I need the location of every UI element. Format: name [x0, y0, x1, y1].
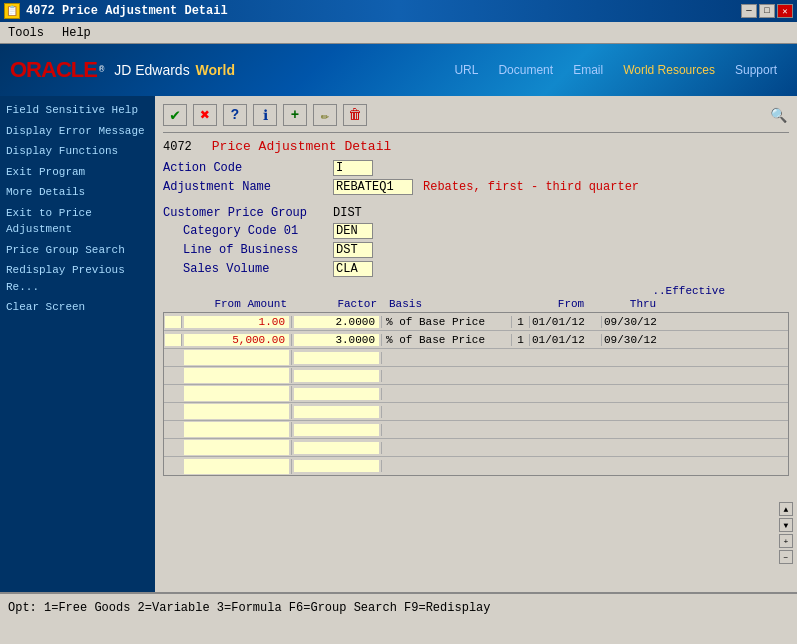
sales-volume-row: Sales Volume	[163, 261, 789, 277]
cell-date-flag: 1	[512, 334, 530, 346]
category-code-input[interactable]	[333, 223, 373, 239]
help-button[interactable]: ?	[223, 104, 247, 126]
col-header-from-date: From	[535, 298, 607, 310]
nav-document[interactable]: Document	[488, 59, 563, 81]
world-text: World	[196, 62, 235, 78]
cell-from-date: 01/01/12	[530, 316, 602, 328]
delete-button[interactable]: 🗑	[343, 104, 367, 126]
factor-input[interactable]	[294, 334, 379, 346]
from-amount-input[interactable]	[184, 368, 289, 383]
sales-volume-label: Sales Volume	[163, 262, 333, 276]
from-amount-input[interactable]	[184, 440, 289, 455]
cell-basis: % of Base Price	[382, 334, 512, 346]
sidebar-item-redisplay-previous[interactable]: Redisplay Previous Re...	[0, 260, 155, 297]
from-amount-input[interactable]	[184, 350, 289, 365]
from-amount-input[interactable]	[184, 316, 289, 328]
sidebar-item-exit-to-price-adjustment[interactable]: Exit to Price Adjustment	[0, 203, 155, 240]
factor-input[interactable]	[294, 442, 379, 454]
window-controls: ─ □ ✕	[741, 4, 793, 18]
maximize-button[interactable]: □	[759, 4, 775, 18]
title-bar: 📋 4072 Price Adjustment Detail ─ □ ✕	[0, 0, 797, 22]
scroll-up-button[interactable]: ▲	[779, 502, 793, 516]
sidebar-item-clear-screen[interactable]: Clear Screen	[0, 297, 155, 318]
col-header-thru-date: Thru	[607, 298, 679, 310]
col-header-o	[165, 298, 185, 310]
col-header-from-amount: From Amount	[185, 298, 295, 310]
sidebar: Field Sensitive Help Display Error Messa…	[0, 96, 155, 592]
cell-from-amount	[182, 368, 292, 383]
table-row	[164, 349, 788, 367]
sidebar-item-more-details[interactable]: More Details	[0, 182, 155, 203]
oracle-text: ORACLE	[10, 57, 97, 83]
cell-factor	[292, 406, 382, 418]
col-header-spacer	[515, 298, 535, 310]
oracle-header: ORACLE ® JD Edwards World URL Document E…	[0, 44, 797, 96]
sidebar-item-exit-program[interactable]: Exit Program	[0, 162, 155, 183]
sales-volume-input[interactable]	[333, 261, 373, 277]
cell-factor	[292, 370, 382, 382]
table-row: % of Base Price101/01/1209/30/12	[164, 313, 788, 331]
line-of-business-input[interactable]	[333, 242, 373, 258]
add-button[interactable]: +	[283, 104, 307, 126]
action-code-input[interactable]	[333, 160, 373, 176]
cell-o	[164, 334, 182, 346]
sidebar-item-field-sensitive-help[interactable]: Field Sensitive Help	[0, 100, 155, 121]
col-header-basis: Basis	[385, 298, 515, 310]
scroll-zoom-out[interactable]: −	[779, 550, 793, 564]
cell-from-amount	[182, 404, 292, 419]
factor-input[interactable]	[294, 316, 379, 328]
edit-button[interactable]: ✏	[313, 104, 337, 126]
adjustment-name-input[interactable]	[333, 179, 413, 195]
cell-factor	[292, 424, 382, 436]
sidebar-item-display-functions[interactable]: Display Functions	[0, 141, 155, 162]
o-input[interactable]	[165, 316, 181, 328]
o-input[interactable]	[165, 334, 181, 346]
table-row	[164, 457, 788, 475]
cell-date-flag: 1	[512, 316, 530, 328]
factor-input[interactable]	[294, 424, 379, 436]
table-row	[164, 385, 788, 403]
cell-basis: % of Base Price	[382, 316, 512, 328]
cell-o	[164, 316, 182, 328]
status-bar: Opt: 1=Free Goods 2=Variable 3=Formula F…	[0, 592, 797, 622]
factor-input[interactable]	[294, 352, 379, 364]
cell-from-amount	[182, 440, 292, 455]
program-number: 4072	[163, 140, 192, 154]
from-amount-input[interactable]	[184, 404, 289, 419]
header-nav: URL Document Email World Resources Suppo…	[444, 59, 787, 81]
adjustment-description: Rebates, first - third quarter	[423, 180, 639, 194]
nav-email[interactable]: Email	[563, 59, 613, 81]
close-button[interactable]: ✕	[777, 4, 793, 18]
cancel-button[interactable]: ✖	[193, 104, 217, 126]
factor-input[interactable]	[294, 406, 379, 418]
cell-thru-date: 09/30/12	[602, 334, 674, 346]
scroll-zoom-in[interactable]: +	[779, 534, 793, 548]
sidebar-item-display-error-message[interactable]: Display Error Message	[0, 121, 155, 142]
info-button[interactable]: ℹ	[253, 104, 277, 126]
nav-url[interactable]: URL	[444, 59, 488, 81]
confirm-button[interactable]: ✔	[163, 104, 187, 126]
minimize-button[interactable]: ─	[741, 4, 757, 18]
sidebar-item-price-group-search[interactable]: Price Group Search	[0, 240, 155, 261]
factor-input[interactable]	[294, 370, 379, 382]
factor-input[interactable]	[294, 388, 379, 400]
adjustment-name-label: Adjustment Name	[163, 180, 333, 194]
from-amount-input[interactable]	[184, 334, 289, 346]
factor-input[interactable]	[294, 460, 379, 472]
from-amount-input[interactable]	[184, 422, 289, 437]
search-icon[interactable]: 🔍	[767, 104, 789, 126]
scroll-down-button[interactable]: ▼	[779, 518, 793, 532]
table-row: % of Base Price101/01/1209/30/12	[164, 331, 788, 349]
cell-from-amount	[182, 316, 292, 328]
data-table: % of Base Price101/01/1209/30/12% of Bas…	[163, 312, 789, 476]
from-amount-input[interactable]	[184, 386, 289, 401]
nav-world-resources[interactable]: World Resources	[613, 59, 725, 81]
tools-menu[interactable]: Tools	[4, 24, 48, 42]
from-amount-input[interactable]	[184, 459, 289, 474]
help-menu[interactable]: Help	[58, 24, 95, 42]
status-text: Opt: 1=Free Goods 2=Variable 3=Formula F…	[8, 601, 490, 615]
nav-support[interactable]: Support	[725, 59, 787, 81]
customer-price-group-label: Customer Price Group	[163, 206, 333, 220]
effective-header: ..Effective	[652, 285, 725, 297]
cell-from-amount	[182, 422, 292, 437]
